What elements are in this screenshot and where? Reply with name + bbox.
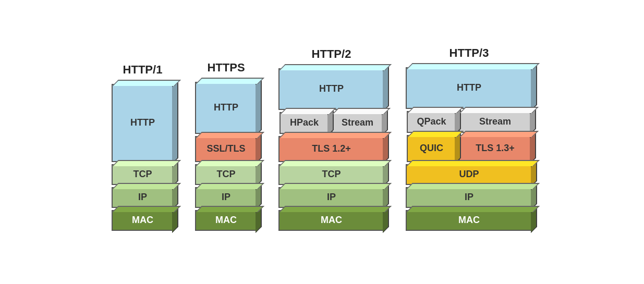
http3-tls-layer: TLS 1.3+ bbox=[459, 135, 532, 162]
diagram: HTTP/1 HTTP TCP IP MAC HTTPS HTTP SSL/TL… bbox=[91, 31, 554, 254]
http2-hpack-layer: HPack bbox=[280, 112, 330, 134]
stack-http3-layers: HTTP QPack Stream QUIC TLS 1.3+ UDP IP M… bbox=[406, 67, 533, 233]
http3-mac-layer: MAC bbox=[406, 210, 533, 231]
http3-qpack-layer: QPack bbox=[407, 111, 457, 133]
stack-http1: HTTP/1 HTTP TCP IP MAC bbox=[112, 63, 174, 233]
http3-udp-layer: UDP bbox=[406, 164, 533, 185]
https-http-layer: HTTP bbox=[195, 82, 258, 134]
http3-ip-layer: IP bbox=[406, 187, 533, 208]
https-mac-layer: MAC bbox=[195, 210, 258, 231]
http2-stream-layer: Stream bbox=[332, 112, 384, 134]
stack-https: HTTPS HTTP SSL/TLS TCP IP MAC bbox=[195, 61, 258, 233]
https-ip-layer: IP bbox=[195, 187, 258, 208]
stack-http2-title: HTTP/2 bbox=[312, 47, 351, 61]
stack-https-title: HTTPS bbox=[207, 61, 245, 75]
http3-stream-layer: Stream bbox=[459, 111, 532, 133]
stack-http2: HTTP/2 HTTP HPack Stream TLS 1.2+ TCP IP… bbox=[278, 47, 385, 233]
stack-http3-title: HTTP/3 bbox=[449, 46, 489, 60]
http2-ip-layer: IP bbox=[278, 187, 385, 208]
http3-qpack-stream-row: QPack Stream bbox=[407, 111, 532, 133]
http3-http-layer: HTTP bbox=[406, 67, 533, 109]
http1-ip-layer: IP bbox=[112, 187, 174, 208]
stack-http1-layers: HTTP TCP IP MAC bbox=[112, 84, 174, 233]
stack-http3: HTTP/3 HTTP QPack Stream QUIC TLS 1.3+ U… bbox=[406, 46, 533, 233]
stack-https-layers: HTTP SSL/TLS TCP IP MAC bbox=[195, 82, 258, 233]
http2-hpack-stream-row: HPack Stream bbox=[280, 112, 384, 134]
http2-mac-layer: MAC bbox=[278, 210, 385, 231]
http2-http-layer: HTTP bbox=[278, 68, 385, 110]
http2-tls-layer: TLS 1.2+ bbox=[278, 136, 385, 162]
http1-http-layer: HTTP bbox=[112, 84, 174, 162]
https-ssl-layer: SSL/TLS bbox=[195, 136, 258, 162]
http1-tcp-layer: TCP bbox=[112, 164, 174, 185]
http2-tcp-layer: TCP bbox=[278, 164, 385, 185]
https-tcp-layer: TCP bbox=[195, 164, 258, 185]
http1-mac-layer: MAC bbox=[112, 210, 174, 231]
http3-quic-layer: QUIC bbox=[407, 135, 457, 162]
http3-quic-tls-row: QUIC TLS 1.3+ bbox=[407, 135, 532, 162]
stack-http2-layers: HTTP HPack Stream TLS 1.2+ TCP IP MAC bbox=[278, 68, 385, 233]
stack-http1-title: HTTP/1 bbox=[123, 63, 163, 77]
